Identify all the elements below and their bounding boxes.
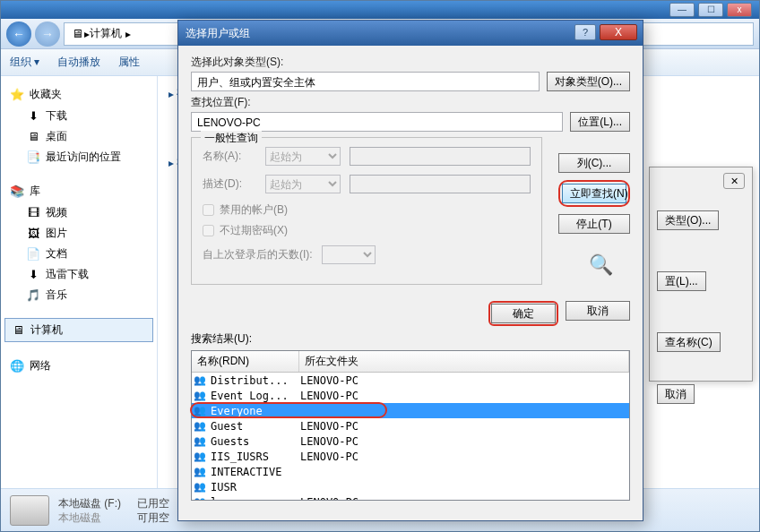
recent-icon: 📑 — [26, 150, 40, 165]
user-group-icon: 👥 — [194, 496, 208, 502]
user-group-icon: 👥 — [194, 466, 208, 478]
computer-group: 🖥 计算机 — [4, 318, 153, 342]
organize-menu[interactable]: 组织 ▾ — [10, 55, 39, 70]
name-match-select: 起始为 — [265, 147, 341, 166]
forward-button[interactable]: → — [35, 21, 60, 47]
bg-checkname-button[interactable]: 查名称(C) — [657, 332, 721, 352]
user-group-icon: 👥 — [194, 420, 208, 433]
computer-header[interactable]: 🖥 计算机 — [4, 318, 153, 342]
result-row[interactable]: 👥Event Log...LENOVO-PC — [192, 388, 629, 403]
location-label: 查找位置(F): — [191, 95, 630, 110]
properties-button[interactable]: 属性 — [118, 55, 140, 70]
background-dialog: ✕ 类型(O)... 置(L)... 查名称(C) 取消 — [649, 167, 753, 382]
results-columns: 名称(RDN) 所在文件夹 — [192, 351, 629, 373]
sidebar-item-desktop[interactable]: 🖥桌面 — [4, 126, 153, 147]
autoplay-button[interactable]: 自动播放 — [57, 55, 100, 70]
download-icon: ⬇ — [26, 109, 40, 124]
result-row[interactable]: 👥Everyone — [192, 403, 629, 418]
desc-match-select: 起始为 — [265, 175, 341, 193]
days-label: 自上次登录后的天数(I): — [203, 247, 313, 262]
bg-location-button[interactable]: 置(L)... — [657, 271, 706, 291]
result-buttons: 确定 取消 — [191, 301, 630, 326]
avail-label: 可用空 — [137, 511, 169, 525]
sidebar-item-downloads[interactable]: ⬇下载 — [4, 106, 153, 126]
result-name: INTERACTIVE — [211, 466, 300, 478]
object-type-field[interactable]: 用户、组或内置安全主体 — [191, 72, 540, 91]
drive-name-text: 本地磁盘 (F:) — [58, 496, 121, 511]
sidebar: ⭐ 收藏夹 ⬇下载 🖥桌面 📑最近访问的位置 📚 库 🎞视频 🖼图片 📄文档 ⬇… — [1, 76, 158, 515]
cancel-button[interactable]: 取消 — [566, 301, 630, 321]
desc-input — [350, 175, 531, 193]
findnow-highlight: 立即查找(N) — [558, 180, 630, 207]
document-icon: 📄 — [26, 247, 40, 262]
result-row[interactable]: 👥lenovoLENOVO-PC — [192, 494, 629, 501]
days-row: 自上次登录后的天数(I): — [203, 245, 531, 264]
sidebar-item-documents[interactable]: 📄文档 — [4, 244, 153, 264]
query-buttons: 列(C)... 立即查找(N) 停止(T) — [558, 153, 630, 234]
breadcrumb-arrow2: ▸ — [125, 28, 131, 40]
sidebar-item-pictures[interactable]: 🖼图片 — [4, 223, 153, 244]
sidebar-item-videos[interactable]: 🎞视频 — [4, 202, 153, 223]
ok-button[interactable]: 确定 — [491, 304, 556, 323]
minimize-button[interactable]: — — [669, 3, 695, 17]
bg-type-button[interactable]: 类型(O)... — [657, 210, 719, 230]
result-folder: LENOVO-PC — [300, 420, 629, 433]
stop-button[interactable]: 停止(T) — [558, 214, 630, 234]
result-folder: LENOVO-PC — [300, 435, 629, 448]
disabled-checkbox — [203, 204, 214, 216]
result-row[interactable]: 👥IUSR — [192, 479, 629, 494]
favorites-header[interactable]: ⭐ 收藏夹 — [4, 83, 153, 106]
bg-cancel-button[interactable]: 取消 — [657, 384, 695, 404]
bg-close-button[interactable]: ✕ — [723, 173, 745, 189]
sidebar-item-music[interactable]: 🎵音乐 — [4, 285, 153, 305]
thunder-icon: ⬇ — [26, 268, 40, 282]
result-row[interactable]: 👥GuestLENOVO-PC — [192, 418, 629, 433]
find-now-button[interactable]: 立即查找(N) — [562, 184, 626, 203]
result-folder: LENOVO-PC — [300, 390, 629, 402]
col-folder[interactable]: 所在文件夹 — [299, 351, 629, 372]
result-row[interactable]: 👥INTERACTIVE — [192, 464, 629, 479]
maximize-button[interactable]: ☐ — [698, 3, 723, 17]
object-type-button[interactable]: 对象类型(O)... — [547, 72, 630, 91]
location-field[interactable]: LENOVO-PC — [191, 112, 563, 132]
user-group-icon: 👥 — [194, 405, 208, 417]
help-button[interactable]: ? — [574, 24, 596, 40]
back-button[interactable]: ← — [6, 21, 31, 47]
drive-icon — [10, 495, 49, 526]
result-row[interactable]: 👥IIS_IUSRSLENOVO-PC — [192, 449, 629, 464]
dialog-close-button[interactable]: X — [600, 24, 637, 40]
favorites-label: 收藏夹 — [30, 87, 62, 102]
libraries-header[interactable]: 📚 库 — [4, 180, 153, 202]
sidebar-item-label: 桌面 — [46, 129, 67, 144]
breadcrumb-text: 计算机 — [90, 26, 122, 41]
result-folder: LENOVO-PC — [300, 374, 629, 387]
user-group-icon: 👥 — [194, 450, 208, 463]
results-list[interactable]: 名称(RDN) 所在文件夹 👥Distribut...LENOVO-PC👥Eve… — [191, 350, 630, 501]
result-row[interactable]: 👥Distribut...LENOVO-PC — [192, 373, 629, 388]
days-select — [322, 245, 376, 264]
result-name: Event Log... — [211, 390, 300, 402]
sidebar-item-recent[interactable]: 📑最近访问的位置 — [4, 147, 153, 167]
sidebar-item-label: 视频 — [46, 205, 67, 220]
video-icon: 🎞 — [26, 206, 40, 220]
status-usage: 已用空 可用空 — [137, 496, 169, 525]
noexpire-label: 不过期密码(X) — [220, 223, 288, 238]
desc-label: 描述(D): — [203, 176, 256, 192]
location-button[interactable]: 位置(L)... — [570, 112, 630, 132]
close-button[interactable]: x — [727, 3, 752, 17]
used-label: 已用空 — [137, 496, 169, 511]
user-group-icon: 👥 — [194, 390, 208, 402]
columns-button[interactable]: 列(C)... — [558, 153, 630, 173]
drive-type-text: 本地磁盘 — [58, 511, 121, 525]
network-header[interactable]: 🌐 网络 — [4, 355, 153, 377]
col-name[interactable]: 名称(RDN) — [192, 351, 299, 372]
sidebar-item-thunder[interactable]: ⬇迅雷下载 — [4, 264, 153, 285]
group-title: 一般性查询 — [201, 131, 262, 146]
sidebar-item-label: 迅雷下载 — [46, 267, 89, 282]
dialog-title-text: 选择用户或组 — [186, 26, 250, 41]
result-name: Distribut... — [211, 374, 300, 387]
sidebar-item-label: 音乐 — [46, 287, 67, 303]
result-row[interactable]: 👥GuestsLENOVO-PC — [192, 433, 629, 449]
result-name: lenovo — [211, 496, 300, 502]
noexpire-checkbox — [203, 225, 214, 236]
